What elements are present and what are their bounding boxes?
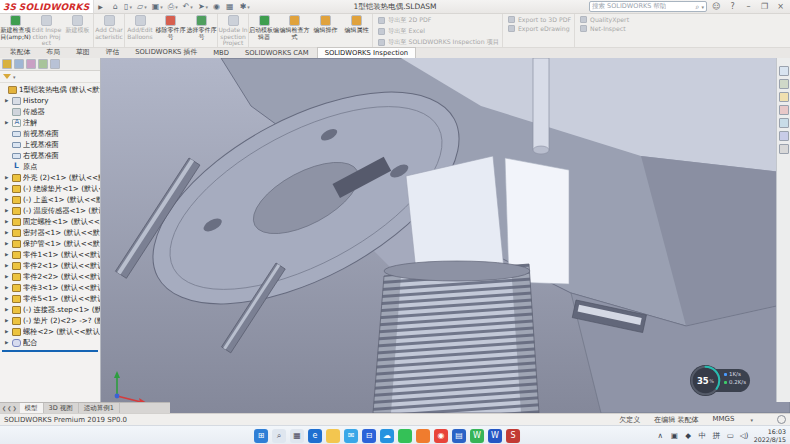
ribbon-button[interactable]: Edit Inspection Project: [31, 14, 62, 47]
taskbar-icon[interactable]: ⊟: [362, 429, 376, 443]
ribbon-tab[interactable]: SOLIDWORKS 插件: [127, 45, 205, 58]
tree-item[interactable]: ▶ 密封器<1> (默认<<默认>_显示状: [0, 227, 100, 238]
tree-item[interactable]: 传感器: [0, 106, 100, 117]
quick-access-button[interactable]: ▯▾: [122, 1, 134, 13]
ribbon-button[interactable]: 启动模板编辑器: [248, 14, 279, 47]
dropdown-caret[interactable]: ▾: [247, 4, 250, 10]
units-dropdown-caret[interactable]: ▾: [750, 417, 753, 423]
quality-menu-item[interactable]: QualityXpert: [580, 16, 629, 23]
taskbar-icon[interactable]: ▤: [452, 429, 466, 443]
dropdown-caret[interactable]: ▾: [206, 4, 209, 10]
tray-icon[interactable]: 中: [698, 431, 707, 441]
dropdown-caret[interactable]: ▾: [175, 4, 178, 10]
tab-scroll-arrows[interactable]: ❮❮❯: [0, 405, 20, 411]
performance-overlay-widget[interactable]: 35% 1K/s 0.2K/s: [690, 365, 752, 396]
document-tab[interactable]: 3D 视图: [44, 403, 79, 413]
tree-filter-bar[interactable]: ▾: [0, 71, 100, 83]
solidworks-logo[interactable]: 3S SOLIDWORKS: [0, 0, 94, 13]
tree-item[interactable]: ▶ (-) 连接器.step<1> (默认<<默认>: [0, 304, 100, 315]
tree-item[interactable]: ▶ 配合: [0, 337, 100, 348]
expand-arrow-icon[interactable]: ▶: [5, 307, 12, 312]
expand-arrow-icon[interactable]: ▶: [5, 241, 12, 246]
filter-caret-icon[interactable]: ▾: [13, 74, 16, 80]
ribbon-button[interactable]: 编辑属性: [341, 14, 372, 47]
tag-icon[interactable]: [777, 415, 786, 424]
tree-item[interactable]: 右视基准面: [0, 150, 100, 161]
taskbar-icon[interactable]: ☁: [380, 429, 394, 443]
dropdown-caret[interactable]: ▾: [190, 4, 193, 10]
export-menu-item[interactable]: 导出至 Excel: [378, 27, 499, 36]
ribbon-button[interactable]: 编辑操作: [310, 14, 341, 47]
tree-item[interactable]: ▶ 零件2<2> (默认<<默认>_显示状: [0, 271, 100, 282]
tree-item[interactable]: 原点: [0, 161, 100, 172]
quick-access-button[interactable]: ↶▾: [181, 1, 195, 13]
taskbar-icon[interactable]: ⊞: [254, 429, 268, 443]
menu-flyout-arrow[interactable]: ▶: [94, 3, 107, 10]
task-pane-icon[interactable]: [779, 92, 789, 102]
task-pane-icon[interactable]: [779, 144, 789, 154]
tree-item[interactable]: ▶ 固定螺栓<1> (默认<<默认>_显示状: [0, 216, 100, 227]
ribbon-tab[interactable]: 装配体: [2, 45, 38, 58]
tree-item[interactable]: ▶ 零件3<1> (默认<<默认>_显示状态: [0, 282, 100, 293]
taskbar-icon[interactable]: [416, 429, 430, 443]
restore-button[interactable]: ❐: [758, 2, 771, 11]
tree-item[interactable]: ▶ History: [0, 95, 100, 106]
task-pane-icon[interactable]: [779, 131, 789, 141]
tree-item[interactable]: 上视基准面: [0, 139, 100, 150]
taskbar-icon[interactable]: W: [488, 429, 502, 443]
quick-access-button[interactable]: ✱▾: [238, 1, 252, 13]
expand-arrow-icon[interactable]: ▶: [5, 186, 12, 191]
dropdown-caret[interactable]: ▾: [160, 4, 163, 10]
panel-tab-icon[interactable]: [38, 59, 48, 69]
export-menu-item[interactable]: 导出至 2D PDF: [378, 16, 499, 25]
expand-arrow-icon[interactable]: ▶: [5, 274, 12, 279]
expand-arrow-icon[interactable]: ▶: [5, 340, 12, 345]
search-input[interactable]: 搜索 SOLIDWORKS 帮助 ⌕ ▾: [589, 1, 707, 12]
expand-arrow-icon[interactable]: ▶: [5, 263, 12, 268]
ribbon-button[interactable]: 移除零件序号: [155, 14, 186, 47]
tree-item[interactable]: ▶ (-) 垫片 (2)<2> ->? (默认<<默认: [0, 315, 100, 326]
ribbon-button[interactable]: Update Inspection Project: [217, 14, 248, 47]
tray-icon[interactable]: ◁): [740, 431, 749, 441]
taskbar-icon[interactable]: [398, 429, 412, 443]
rollback-bar[interactable]: [2, 350, 98, 352]
tree-item[interactable]: ▶ 外壳 (2)<1> (默认<<默认>_显示状: [0, 172, 100, 183]
tray-icon[interactable]: ◆: [684, 431, 693, 441]
tree-item[interactable]: 1型铠装热电偶 (默认<默认_显示状态-1: [0, 84, 100, 95]
quick-access-button[interactable]: ⎙▾: [166, 1, 180, 13]
ribbon-tab[interactable]: 评估: [98, 45, 128, 58]
tray-icon[interactable]: ∧: [656, 431, 665, 441]
tree-item[interactable]: ▶ 零件2<1> (默认<<默认>_显示状: [0, 260, 100, 271]
export-menu-item[interactable]: 导出至 SOLIDWORKS Inspection 项目: [378, 38, 499, 47]
taskbar-icon[interactable]: ◉: [434, 429, 448, 443]
tree-item[interactable]: ▶ (-) 温度传感器<1> (默认<<默认>_: [0, 205, 100, 216]
tray-icon[interactable]: 拼: [712, 431, 721, 441]
taskbar-icon[interactable]: ▦: [290, 429, 304, 443]
ribbon-button[interactable]: Add/Edit Balloons: [124, 14, 155, 47]
expand-arrow-icon[interactable]: ▶: [5, 175, 12, 180]
expand-arrow-icon[interactable]: ▶: [5, 230, 12, 235]
dropdown-caret[interactable]: ▾: [144, 4, 147, 10]
panel-tab-icon[interactable]: [2, 59, 12, 69]
document-tab[interactable]: 模型: [20, 403, 44, 413]
quick-access-button[interactable]: ⌂: [111, 1, 121, 13]
tree-item[interactable]: ▶ (-) 绝缘垫片<1> (默认<<默认>_显: [0, 183, 100, 194]
document-tab[interactable]: 运动算例1: [79, 403, 120, 413]
expand-arrow-icon[interactable]: ▶: [5, 296, 12, 301]
taskbar-icon[interactable]: S: [506, 429, 520, 443]
expand-arrow-icon[interactable]: ▶: [5, 197, 12, 202]
expand-arrow-icon[interactable]: ▶: [5, 329, 12, 334]
ribbon-tab[interactable]: MBD: [205, 47, 237, 58]
tree-item[interactable]: ▶ 保护管<1> (默认<<默认>_显示状态: [0, 238, 100, 249]
panel-tab-icon[interactable]: [26, 59, 36, 69]
export-menu-item[interactable]: Export eDrawing: [508, 25, 571, 32]
3d-model[interactable]: [101, 58, 790, 413]
quick-access-button[interactable]: ◉: [211, 1, 223, 13]
taskbar-icon[interactable]: ✉: [344, 429, 358, 443]
ribbon-button[interactable]: 新建检查项目(amp;N): [0, 14, 31, 47]
expand-arrow-icon[interactable]: ▶: [5, 208, 12, 213]
expand-arrow-icon[interactable]: ▶: [5, 285, 12, 290]
taskbar-clock[interactable]: 16:03 2022/8/15: [754, 428, 788, 442]
help-button[interactable]: ?: [726, 2, 739, 11]
tree-item[interactable]: ▶ 零件1<1> (默认<<默认>_显示状态: [0, 249, 100, 260]
